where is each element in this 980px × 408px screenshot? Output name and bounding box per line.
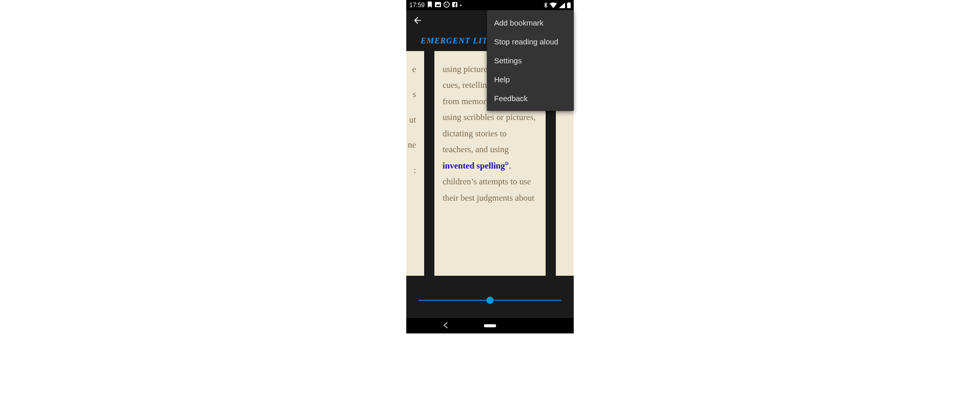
facebook-icon — [452, 2, 457, 9]
svg-rect-5 — [567, 3, 571, 8]
status-bar: 17:59 • — [406, 0, 574, 10]
battery-icon — [567, 2, 571, 8]
status-bar-left: 17:59 • — [409, 2, 462, 9]
progress-slider-thumb[interactable] — [486, 297, 494, 304]
system-nav-bar — [406, 318, 574, 333]
page-previous: e s ut ne : — [406, 51, 424, 276]
chapter-title-text: EMERGENT LIT — [421, 36, 488, 45]
glossary-link[interactable]: invented spelling⊙ — [443, 161, 509, 171]
menu-item-help[interactable]: Help — [487, 70, 574, 89]
image-icon — [435, 2, 441, 9]
more-dot-icon: • — [460, 3, 462, 8]
signal-icon — [559, 3, 565, 8]
menu-item-stop-reading[interactable]: Stop reading aloud — [487, 32, 574, 51]
back-button[interactable] — [412, 15, 423, 26]
menu-item-settings[interactable]: Settings — [487, 51, 574, 70]
wifi-icon — [550, 3, 557, 8]
bookmark-icon — [427, 2, 432, 9]
svg-rect-4 — [569, 2, 570, 3]
menu-item-add-bookmark[interactable]: Add bookmark — [487, 13, 574, 32]
status-bar-right — [544, 2, 571, 8]
progress-slider[interactable] — [419, 300, 561, 301]
overflow-menu: Add bookmark Stop reading aloud Settings… — [487, 10, 574, 111]
whatsapp-icon — [444, 2, 450, 9]
bluetooth-icon — [544, 2, 548, 8]
status-time: 17:59 — [409, 2, 425, 9]
nav-back-button[interactable] — [443, 321, 448, 330]
nav-home-button[interactable] — [484, 324, 496, 327]
progress-slider-area — [406, 282, 574, 318]
svg-point-2 — [444, 2, 450, 7]
menu-item-feedback[interactable]: Feedback — [487, 89, 574, 108]
